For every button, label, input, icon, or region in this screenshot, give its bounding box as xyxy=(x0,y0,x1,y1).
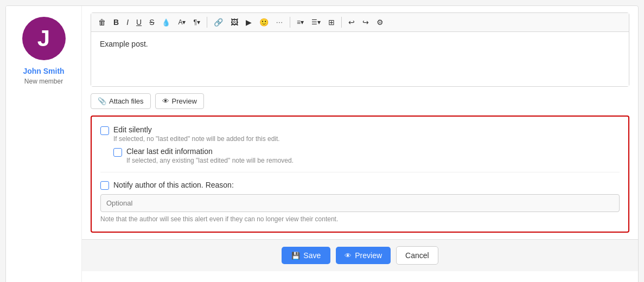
image-icon[interactable]: 🖼 xyxy=(228,16,241,28)
text-color-icon[interactable]: A▾ xyxy=(175,17,188,28)
italic-icon[interactable]: I xyxy=(124,16,131,28)
preview-label: Preview xyxy=(172,97,197,105)
attach-files-label: Attach files xyxy=(109,97,144,105)
attach-preview-bar: 📎 Attach files 👁 Preview xyxy=(91,93,629,109)
edit-silently-row: Edit silently If selected, no "last edit… xyxy=(100,125,620,164)
notify-author-label: Notify author of this action. Reason: xyxy=(113,181,234,189)
list-icon[interactable]: ☰▾ xyxy=(309,17,323,28)
sidebar: J John Smith New member xyxy=(6,6,82,282)
underline-icon[interactable]: U xyxy=(133,16,144,28)
user-name: John Smith xyxy=(23,67,64,75)
notify-note: Note that the author will see this alert… xyxy=(100,215,620,223)
align-icon[interactable]: ≡▾ xyxy=(294,17,307,28)
user-role: New member xyxy=(24,78,63,85)
toolbar-divider-3 xyxy=(341,17,342,28)
clear-last-edit-desc: If selected, any existing "last edited" … xyxy=(126,157,294,164)
avatar: J xyxy=(22,17,66,60)
clear-last-edit-row: Clear last edit information If selected,… xyxy=(113,147,294,164)
toolbar-divider-1 xyxy=(207,17,207,28)
attach-files-button[interactable]: 📎 Attach files xyxy=(91,93,151,109)
eye-icon: 👁 xyxy=(162,97,169,105)
footer-bar: 💾 Save 👁 Preview Cancel xyxy=(82,239,638,271)
paperclip-icon: 📎 xyxy=(98,97,106,105)
emoji-icon[interactable]: 🙂 xyxy=(257,16,271,28)
preview-button[interactable]: 👁 Preview xyxy=(155,93,204,109)
options-box: Edit silently If selected, no "last edit… xyxy=(91,116,629,233)
text-size-icon[interactable]: ¶▾ xyxy=(191,17,203,28)
edit-silently-label: Edit silently xyxy=(113,125,294,134)
redo-icon[interactable]: ↪ xyxy=(360,16,372,28)
edit-silently-checkbox[interactable] xyxy=(100,126,109,135)
media-icon[interactable]: ▶ xyxy=(243,16,254,28)
link-icon[interactable]: 🔗 xyxy=(211,16,226,28)
reason-input[interactable] xyxy=(100,194,620,212)
bold-icon[interactable]: B xyxy=(111,16,122,28)
options-divider xyxy=(100,172,620,172)
save-button[interactable]: 💾 Save xyxy=(282,247,330,264)
editor-body[interactable]: Example post. xyxy=(91,32,629,86)
table-icon[interactable]: ⊞ xyxy=(326,16,337,28)
more-icon[interactable]: ··· xyxy=(273,17,286,28)
editor-container: 🗑 B I U S 💧 A▾ ¶▾ 🔗 🖼 ▶ 🙂 ··· ≡▾ ☰▾ ⊞ ↩ xyxy=(91,12,629,87)
cancel-button[interactable]: Cancel xyxy=(396,246,438,265)
settings-icon[interactable]: ⚙ xyxy=(374,16,386,28)
main-content: 🗑 B I U S 💧 A▾ ¶▾ 🔗 🖼 ▶ 🙂 ··· ≡▾ ☰▾ ⊞ ↩ xyxy=(82,6,638,282)
notify-author-checkbox[interactable] xyxy=(100,181,109,190)
footer-eye-icon: 👁 xyxy=(345,252,352,260)
undo-icon[interactable]: ↩ xyxy=(346,16,358,28)
edit-silently-label-group: Edit silently If selected, no "last edit… xyxy=(113,125,294,164)
clear-last-edit-checkbox[interactable] xyxy=(113,148,122,157)
footer-preview-label: Preview xyxy=(355,251,382,260)
footer-preview-button[interactable]: 👁 Preview xyxy=(336,247,391,264)
edit-silently-desc: If selected, no "last edited" note will … xyxy=(113,135,294,143)
clear-last-edit-label-group: Clear last edit information If selected,… xyxy=(126,147,294,164)
highlight-icon[interactable]: 💧 xyxy=(159,17,173,28)
strikethrough-icon[interactable]: S xyxy=(146,16,157,28)
notify-author-row: Notify author of this action. Reason: xyxy=(100,180,620,190)
toolbar-divider-2 xyxy=(290,17,290,28)
save-label: Save xyxy=(303,251,321,260)
save-icon: 💾 xyxy=(291,252,300,260)
clear-last-edit-label: Clear last edit information xyxy=(126,147,294,156)
eraser-icon[interactable]: 🗑 xyxy=(95,16,109,28)
toolbar: 🗑 B I U S 💧 A▾ ¶▾ 🔗 🖼 ▶ 🙂 ··· ≡▾ ☰▾ ⊞ ↩ xyxy=(91,13,629,32)
